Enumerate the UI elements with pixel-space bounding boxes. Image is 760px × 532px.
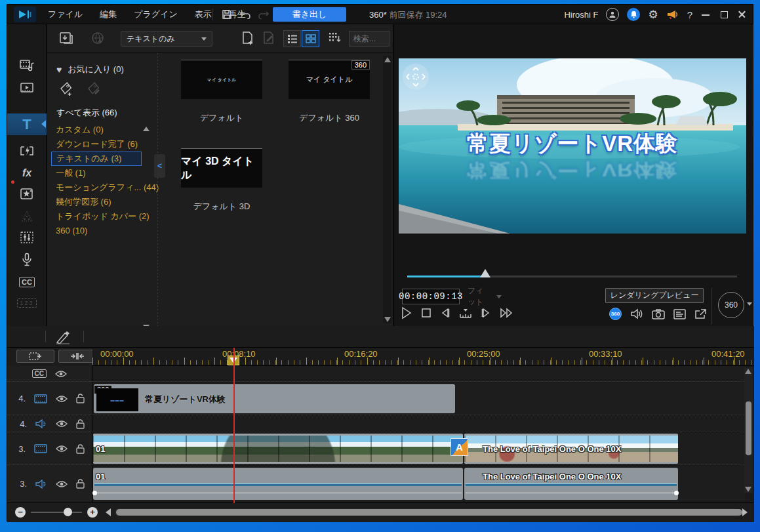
preview-video[interactable]: 常夏リゾートVR体験 常夏リゾートVR体験 (399, 58, 746, 234)
minimize-button[interactable] (700, 9, 711, 20)
time-ruler[interactable]: 00:00:00 00:08:10 00:16:20 00:25:00 00:3… (92, 348, 754, 366)
video-track-4-lane[interactable]: 360 ▬▬▬ 常夏リゾートVR体験 (92, 382, 745, 415)
category-geometric[interactable]: 幾何学図形 (6) (51, 195, 142, 209)
audio-track-icon[interactable] (35, 419, 47, 428)
maximize-button[interactable] (719, 9, 729, 20)
media-room-icon[interactable] (7, 56, 47, 75)
menu-view[interactable]: 表示 (195, 9, 212, 20)
audio-clip-2[interactable]: The Love of Taipei One O One 10X (464, 468, 678, 500)
play-button[interactable] (401, 306, 412, 319)
eye-icon[interactable] (56, 480, 68, 488)
playhead-line[interactable] (233, 348, 235, 503)
lock-icon[interactable] (76, 444, 85, 454)
template-default-360[interactable]: 360 マイ タイトル デフォルト 360 (289, 60, 370, 124)
menu-plugins[interactable]: プラグイン (134, 9, 178, 20)
video-overlay-room-icon[interactable] (7, 78, 47, 98)
favorites-row[interactable]: ♥ お気に入り (0) (56, 64, 124, 75)
audio-clip-1[interactable]: 01 (93, 468, 463, 500)
particle-room-icon[interactable] (7, 207, 47, 226)
scroll-up-icon[interactable] (745, 369, 751, 374)
fast-forward-button[interactable] (500, 308, 514, 318)
transition-icon[interactable]: A (450, 438, 468, 456)
show-all-item[interactable]: すべて表示 (66) (56, 107, 117, 119)
edit-title-icon[interactable] (262, 31, 275, 45)
snapshot-camera-icon[interactable] (652, 309, 665, 319)
menu-edit[interactable]: 編集 (100, 9, 117, 20)
stop-button[interactable] (421, 308, 431, 318)
seek-handle[interactable] (480, 269, 490, 277)
lock-icon[interactable] (76, 419, 85, 429)
undock-preview-icon[interactable] (694, 309, 707, 319)
avatar-icon[interactable] (606, 8, 619, 21)
lock-icon[interactable] (76, 479, 85, 489)
audio-track-4-lane[interactable] (92, 416, 745, 432)
step-marker-button[interactable] (459, 307, 472, 319)
grid-view-button[interactable] (302, 30, 319, 47)
search-input[interactable]: 検索... (349, 31, 390, 47)
menu-file[interactable]: ファイル (48, 9, 83, 20)
export-button[interactable]: 書き出し (273, 7, 346, 22)
category-filter-dropdown[interactable]: テキストのみ (121, 31, 212, 47)
category-360[interactable]: 360 (10) (51, 224, 142, 238)
zoom-slider-knob[interactable] (64, 508, 72, 516)
import-media-icon[interactable] (59, 31, 73, 45)
notification-bell-icon[interactable] (627, 8, 640, 21)
eye-icon[interactable] (56, 445, 68, 453)
seek-bar[interactable] (407, 276, 737, 277)
pip-objects-room-icon[interactable] (7, 184, 47, 204)
audio-track-3-lane[interactable]: 01 The Love of Taipei One O One 10X (92, 466, 745, 502)
close-button[interactable] (737, 9, 748, 20)
download-templates-globe-icon[interactable] (90, 31, 105, 45)
sort-order-icon[interactable] (328, 31, 341, 44)
video-track-3-lane[interactable]: 01 The Love of Taipei One O One 10X A (92, 433, 745, 465)
video-clip-2[interactable]: The Love of Taipei One O One 10X (464, 434, 678, 464)
zoom-out-button[interactable]: − (15, 507, 26, 518)
eye-icon[interactable] (56, 395, 68, 403)
scrollbar-thumb[interactable] (116, 509, 742, 516)
audio-track-icon[interactable] (35, 480, 47, 489)
redo-icon[interactable] (256, 7, 271, 22)
eye-icon[interactable] (55, 370, 67, 378)
render-preview-button[interactable]: レンダリングプレビュー (605, 288, 704, 303)
title-room-icon[interactable]: T (7, 115, 47, 134)
megaphone-icon[interactable] (666, 9, 679, 20)
voiceover-room-icon[interactable] (7, 250, 47, 270)
video-clip-1[interactable]: 01 (93, 434, 463, 464)
view-mode-360-button[interactable]: 360 (718, 292, 744, 318)
category-scroll-up-icon[interactable] (143, 127, 150, 131)
collapse-panel-button[interactable]: < (154, 154, 165, 178)
previous-frame-button[interactable] (440, 308, 450, 318)
scroll-right-icon[interactable] (742, 508, 748, 516)
track-manager-button[interactable] (16, 350, 54, 363)
timeline-vertical-scrollbar[interactable] (744, 367, 753, 493)
360-mode-toggle-icon[interactable]: 360 (609, 308, 622, 320)
settings-gear-icon[interactable]: ⚙ (648, 9, 658, 20)
split-razor-icon[interactable] (54, 329, 71, 345)
new-title-icon[interactable] (241, 31, 254, 45)
preview-quality-icon[interactable] (673, 309, 686, 319)
list-view-button[interactable] (283, 30, 301, 47)
category-motion-graphics[interactable]: モーショングラフィ... (44) (51, 180, 142, 195)
undo-icon[interactable] (238, 7, 252, 22)
category-tripod-cover[interactable]: トライポッド カバー (2) (51, 209, 142, 224)
scrollbar-thumb[interactable] (746, 401, 751, 455)
timecode-display[interactable]: 00:00:09:13 (402, 289, 460, 304)
edit-tag-icon[interactable] (85, 81, 102, 98)
360-pan-control-icon[interactable] (403, 64, 429, 90)
timeline-horizontal-scrollbar[interactable] (115, 508, 738, 516)
eye-icon[interactable] (56, 420, 68, 428)
zoom-slider[interactable] (31, 512, 82, 513)
title-overlay[interactable]: 常夏リゾートVR体験 常夏リゾートVR体験 (399, 129, 746, 184)
help-icon[interactable]: ? (687, 9, 692, 20)
video-track-icon[interactable] (34, 394, 47, 403)
scroll-down-icon[interactable] (384, 317, 391, 322)
transition-room-icon[interactable] (7, 141, 47, 161)
category-text-only[interactable]: テキストのみ (3) (51, 152, 142, 166)
volume-icon[interactable] (630, 308, 643, 319)
video-track-icon[interactable] (34, 444, 47, 453)
category-downloaded[interactable]: ダウンロード完了 (6) (51, 137, 142, 152)
cc-track-lane[interactable] (92, 366, 745, 382)
zoom-fit-dropdown[interactable]: フィット (464, 289, 506, 304)
add-tag-icon[interactable] (58, 81, 75, 98)
view-mode-chevron-icon[interactable] (747, 302, 752, 306)
